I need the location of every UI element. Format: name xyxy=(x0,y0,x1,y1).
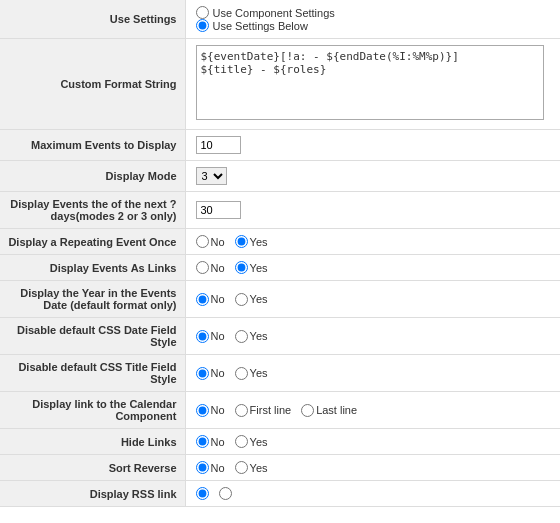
display-link-calendar-first-radio[interactable] xyxy=(235,404,248,417)
display-year-no-radio[interactable] xyxy=(196,293,209,306)
display-events-links-yes-radio[interactable] xyxy=(235,261,248,274)
disable-css-title-yes-radio[interactable] xyxy=(235,367,248,380)
display-rss-value xyxy=(185,481,560,507)
max-events-label: Maximum Events to Display xyxy=(0,130,185,161)
display-mode-row: Display Mode 1 2 3 4 xyxy=(0,161,560,192)
use-settings-row: Use Settings Use Component Settings Use … xyxy=(0,0,560,39)
display-events-links-row: Display Events As Links No Yes xyxy=(0,255,560,281)
display-events-days-row: Display Events the of the next ? days(mo… xyxy=(0,192,560,229)
use-component-settings-option[interactable]: Use Component Settings xyxy=(196,6,551,19)
display-rss-no-radio[interactable] xyxy=(196,487,209,500)
disable-css-date-no-radio[interactable] xyxy=(196,330,209,343)
disable-css-date-row: Disable default CSS Date Field Style No … xyxy=(0,318,560,355)
display-year-yes-option[interactable]: Yes xyxy=(235,293,268,306)
display-rss-no-option[interactable] xyxy=(196,487,209,500)
max-events-row: Maximum Events to Display xyxy=(0,130,560,161)
display-events-days-value xyxy=(185,192,560,229)
custom-format-row: Custom Format String ${eventDate}[!a: - … xyxy=(0,39,560,130)
display-repeating-value: No Yes xyxy=(185,229,560,255)
display-events-links-value: No Yes xyxy=(185,255,560,281)
display-repeating-row: Display a Repeating Event Once No Yes xyxy=(0,229,560,255)
disable-css-title-value: No Yes xyxy=(185,355,560,392)
use-settings-below-radio[interactable] xyxy=(196,19,209,32)
custom-format-label: Custom Format String xyxy=(0,39,185,130)
display-events-links-no-option[interactable]: No xyxy=(196,261,225,274)
use-component-settings-radio[interactable] xyxy=(196,6,209,19)
display-repeating-yes-option[interactable]: Yes xyxy=(235,235,268,248)
display-rss-yes-radio[interactable] xyxy=(219,487,232,500)
disable-css-title-options: No Yes xyxy=(196,367,551,380)
display-mode-label: Display Mode xyxy=(0,161,185,192)
disable-css-date-label: Disable default CSS Date Field Style xyxy=(0,318,185,355)
disable-css-date-options: No Yes xyxy=(196,330,551,343)
max-events-input[interactable] xyxy=(196,136,241,154)
display-link-calendar-last-radio[interactable] xyxy=(301,404,314,417)
custom-format-value: ${eventDate}[!a: - ${endDate(%I:%M%p)}] … xyxy=(185,39,560,130)
use-settings-value: Use Component Settings Use Settings Belo… xyxy=(185,0,560,39)
display-year-value: No Yes xyxy=(185,281,560,318)
display-year-row: Display the Year in the Events Date (def… xyxy=(0,281,560,318)
display-rss-options xyxy=(196,487,551,500)
display-link-calendar-options: No First line Last line xyxy=(196,404,551,417)
display-events-links-label: Display Events As Links xyxy=(0,255,185,281)
display-year-no-option[interactable]: No xyxy=(196,293,225,306)
display-link-calendar-label: Display link to the Calendar Component xyxy=(0,392,185,429)
sort-reverse-label: Sort Reverse xyxy=(0,455,185,481)
disable-css-title-label: Disable default CSS Title Field Style xyxy=(0,355,185,392)
hide-links-no-radio[interactable] xyxy=(196,435,209,448)
display-repeating-yes-radio[interactable] xyxy=(235,235,248,248)
disable-css-title-no-option[interactable]: No xyxy=(196,367,225,380)
hide-links-row: Hide Links No Yes xyxy=(0,429,560,455)
display-year-yes-radio[interactable] xyxy=(235,293,248,306)
sort-reverse-value: No Yes xyxy=(185,455,560,481)
display-link-calendar-no-radio[interactable] xyxy=(196,404,209,417)
use-settings-below-option[interactable]: Use Settings Below xyxy=(196,19,551,32)
sort-reverse-row: Sort Reverse No Yes xyxy=(0,455,560,481)
display-link-calendar-no-option[interactable]: No xyxy=(196,404,225,417)
hide-links-label: Hide Links xyxy=(0,429,185,455)
hide-links-no-option[interactable]: No xyxy=(196,435,225,448)
display-events-days-input[interactable] xyxy=(196,201,241,219)
disable-css-title-yes-option[interactable]: Yes xyxy=(235,367,268,380)
display-mode-value: 1 2 3 4 xyxy=(185,161,560,192)
use-settings-label: Use Settings xyxy=(0,0,185,39)
display-rss-yes-option[interactable] xyxy=(219,487,232,500)
display-events-days-label: Display Events the of the next ? days(mo… xyxy=(0,192,185,229)
display-repeating-no-option[interactable]: No xyxy=(196,235,225,248)
hide-links-options: No Yes xyxy=(196,435,551,448)
sort-reverse-yes-option[interactable]: Yes xyxy=(235,461,268,474)
display-link-calendar-row: Display link to the Calendar Component N… xyxy=(0,392,560,429)
display-rss-row: Display RSS link xyxy=(0,481,560,507)
max-events-value xyxy=(185,130,560,161)
display-link-calendar-last-option[interactable]: Last line xyxy=(301,404,357,417)
disable-css-date-no-option[interactable]: No xyxy=(196,330,225,343)
disable-css-date-yes-radio[interactable] xyxy=(235,330,248,343)
sort-reverse-options: No Yes xyxy=(196,461,551,474)
display-mode-select[interactable]: 1 2 3 4 xyxy=(196,167,227,185)
display-events-links-no-radio[interactable] xyxy=(196,261,209,274)
disable-css-title-no-radio[interactable] xyxy=(196,367,209,380)
display-year-options: No Yes xyxy=(196,293,551,306)
disable-css-date-yes-option[interactable]: Yes xyxy=(235,330,268,343)
custom-format-textarea[interactable]: ${eventDate}[!a: - ${endDate(%I:%M%p)}] … xyxy=(196,45,544,120)
display-rss-label: Display RSS link xyxy=(0,481,185,507)
hide-links-yes-option[interactable]: Yes xyxy=(235,435,268,448)
disable-css-date-value: No Yes xyxy=(185,318,560,355)
display-events-links-options: No Yes xyxy=(196,261,551,274)
display-link-calendar-first-option[interactable]: First line xyxy=(235,404,292,417)
display-repeating-options: No Yes xyxy=(196,235,551,248)
sort-reverse-no-option[interactable]: No xyxy=(196,461,225,474)
display-year-label: Display the Year in the Events Date (def… xyxy=(0,281,185,318)
display-link-calendar-value: No First line Last line xyxy=(185,392,560,429)
sort-reverse-no-radio[interactable] xyxy=(196,461,209,474)
disable-css-title-row: Disable default CSS Title Field Style No… xyxy=(0,355,560,392)
display-events-links-yes-option[interactable]: Yes xyxy=(235,261,268,274)
display-repeating-label: Display a Repeating Event Once xyxy=(0,229,185,255)
hide-links-value: No Yes xyxy=(185,429,560,455)
hide-links-yes-radio[interactable] xyxy=(235,435,248,448)
sort-reverse-yes-radio[interactable] xyxy=(235,461,248,474)
display-repeating-no-radio[interactable] xyxy=(196,235,209,248)
